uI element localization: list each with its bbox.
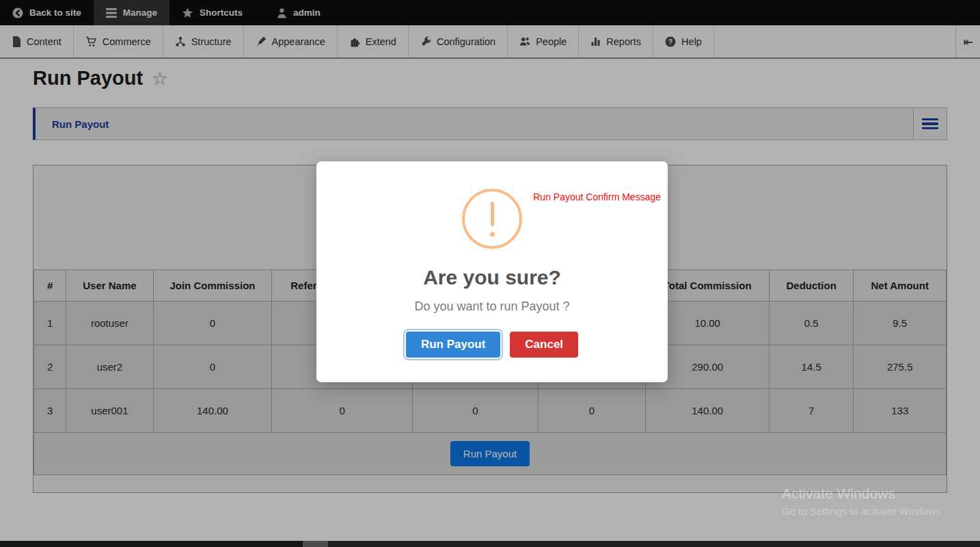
taskbar-segment: [303, 541, 328, 547]
confirm-run-payout-button[interactable]: Run Payout: [406, 332, 500, 358]
taskbar-strip: [0, 541, 980, 547]
dialog-buttons: Run Payout Cancel: [316, 332, 668, 358]
dialog-title: Are you sure?: [316, 266, 668, 289]
dialog-message: Do you want to run Payout ?: [316, 299, 668, 314]
confirm-dialog: Run Payout Confirm Message Are you sure?…: [316, 161, 668, 382]
warning-exclamation-icon: [462, 189, 522, 249]
screen: Back to site Manage Shortcuts admin: [0, 0, 980, 547]
cancel-button[interactable]: Cancel: [510, 332, 578, 358]
dialog-badge: Run Payout Confirm Message: [533, 191, 661, 202]
